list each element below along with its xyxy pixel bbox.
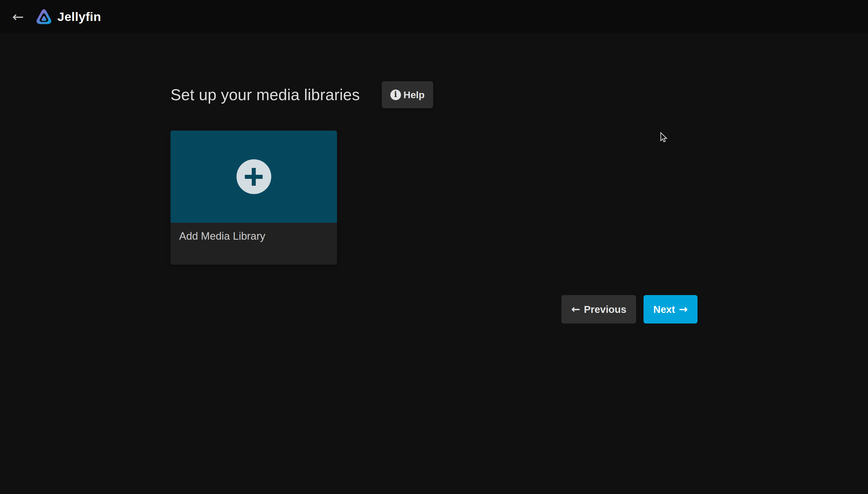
- title-row: Set up your media libraries i Help: [171, 81, 697, 108]
- add-media-library-label: Add Media Library: [171, 223, 337, 265]
- app-title: Jellyfin: [57, 10, 101, 24]
- previous-button-label: Previous: [584, 304, 626, 315]
- setup-wizard-page: ← Jellyfin Set up your me: [0, 0, 868, 494]
- app-header: ← Jellyfin: [0, 0, 868, 33]
- right-arrow-icon: →: [679, 304, 688, 315]
- back-arrow-icon: ←: [12, 10, 24, 23]
- help-button-label: Help: [404, 89, 425, 100]
- next-button-label: Next: [653, 304, 675, 315]
- back-button[interactable]: ←: [8, 7, 27, 26]
- help-button[interactable]: i Help: [382, 81, 433, 108]
- previous-button[interactable]: ← Previous: [561, 295, 636, 323]
- info-icon: i: [390, 90, 401, 100]
- add-media-library-card[interactable]: Add Media Library: [171, 131, 337, 265]
- plus-circle: [236, 159, 271, 194]
- plus-icon: [245, 168, 263, 186]
- left-arrow-icon: ←: [571, 304, 580, 315]
- page-title: Set up your media libraries: [171, 86, 360, 104]
- wizard-content: Set up your media libraries i Help Add M…: [171, 33, 697, 323]
- jellyfin-logo-icon: [35, 7, 53, 26]
- jellyfin-logo: Jellyfin: [35, 7, 101, 26]
- add-media-library-tile: [171, 131, 337, 223]
- wizard-nav: ← Previous Next →: [171, 295, 697, 323]
- next-button[interactable]: Next →: [643, 295, 697, 323]
